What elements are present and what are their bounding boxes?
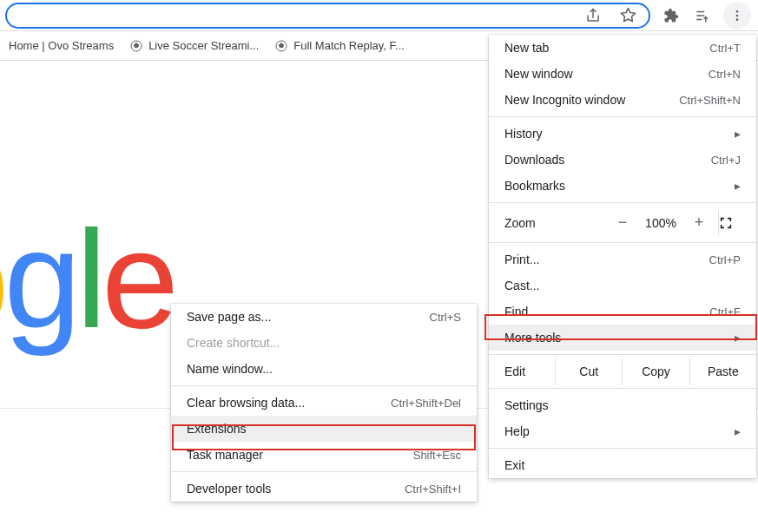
bookmark-label: Home | Ovo Streams [9, 39, 114, 52]
menu-separator [171, 385, 477, 386]
share-icon[interactable] [581, 3, 605, 28]
svg-point-6 [736, 14, 739, 16]
menu-cast[interactable]: Cast... [489, 273, 756, 299]
menu-label: Developer tools [187, 482, 405, 496]
menu-new-tab[interactable]: New tab Ctrl+T [489, 35, 756, 61]
menu-shortcut: Ctrl+N [709, 68, 741, 81]
chevron-right-icon: ▸ [735, 331, 741, 345]
menu-label: More tools [504, 331, 728, 345]
google-logo: Google [0, 200, 174, 359]
zoom-in-button[interactable]: + [683, 210, 715, 235]
menu-separator [489, 354, 756, 355]
menu-shortcut: Ctrl+Shift+Del [391, 397, 461, 410]
menu-more-tools[interactable]: More tools ▸ [489, 325, 756, 351]
menu-label: Clear browsing data... [187, 396, 391, 410]
star-icon[interactable] [616, 3, 640, 28]
copy-button[interactable]: Copy [622, 358, 689, 384]
menu-separator [489, 242, 756, 243]
menu-developer-tools[interactable]: Developer tools Ctrl+Shift+I [171, 476, 477, 502]
menu-separator [489, 202, 756, 203]
menu-label: Bookmarks [504, 179, 728, 193]
menu-label: Find... [504, 305, 709, 319]
menu-help[interactable]: Help ▸ [489, 418, 756, 444]
chevron-right-icon: ▸ [735, 179, 741, 193]
menu-separator [489, 448, 756, 449]
menu-label: Edit [489, 358, 555, 384]
bookmark-item[interactable]: Home | Ovo Streams [9, 39, 114, 52]
menu-clear-browsing-data[interactable]: Clear browsing data... Ctrl+Shift+Del [171, 390, 477, 416]
menu-downloads[interactable]: Downloads Ctrl+J [489, 147, 756, 173]
menu-new-window[interactable]: New window Ctrl+N [489, 61, 756, 87]
menu-exit[interactable]: Exit [489, 452, 756, 478]
soccer-icon [274, 39, 288, 53]
menu-separator [489, 388, 756, 389]
menu-shortcut: Ctrl+Shift+N [679, 94, 741, 107]
menu-label: Name window... [187, 362, 461, 376]
menu-save-page[interactable]: Save page as... Ctrl+S [171, 304, 477, 330]
menu-new-incognito[interactable]: New Incognito window Ctrl+Shift+N [489, 87, 756, 113]
menu-shortcut: Ctrl+S [430, 311, 461, 324]
menu-zoom-row: Zoom − 100% + [489, 207, 756, 239]
svg-marker-9 [134, 43, 138, 47]
zoom-out-button[interactable]: − [607, 210, 638, 235]
menu-settings[interactable]: Settings [489, 392, 756, 418]
menu-label: History [504, 127, 728, 141]
fullscreen-button[interactable] [718, 211, 756, 235]
menu-label: Create shortcut... [187, 336, 461, 350]
menu-separator [489, 116, 756, 117]
menu-label: Help [504, 424, 728, 438]
chrome-main-menu: New tab Ctrl+T New window Ctrl+N New Inc… [489, 35, 756, 478]
menu-label: Cast... [504, 279, 741, 292]
menu-label: New Incognito window [504, 93, 679, 107]
menu-label: Task manager [187, 448, 413, 462]
menu-extensions[interactable]: Extensions [171, 416, 477, 442]
svg-point-7 [736, 18, 739, 21]
menu-label: Downloads [504, 153, 711, 167]
menu-label: Print... [504, 253, 709, 266]
menu-print[interactable]: Print... Ctrl+P [489, 246, 756, 273]
more-tools-submenu: Save page as... Ctrl+S Create shortcut..… [171, 304, 477, 502]
zoom-value: 100% [638, 216, 683, 230]
chevron-right-icon: ▸ [735, 424, 741, 438]
bookmark-item[interactable]: Live Soccer Streami... [129, 39, 259, 53]
soccer-icon [129, 39, 143, 53]
menu-label: Settings [504, 398, 741, 412]
paste-button[interactable]: Paste [689, 358, 756, 384]
chevron-right-icon: ▸ [735, 127, 741, 141]
menu-label: Exit [504, 458, 741, 472]
menu-shortcut: Ctrl+P [709, 253, 741, 266]
menu-label: Zoom [504, 216, 607, 230]
menu-label: New tab [504, 41, 709, 55]
menu-label: Save page as... [187, 310, 430, 324]
svg-marker-1 [621, 9, 635, 22]
kebab-menu-icon[interactable] [723, 2, 751, 30]
svg-marker-11 [280, 43, 284, 47]
bookmark-label: Full Match Replay, F... [293, 39, 405, 52]
svg-point-5 [736, 10, 739, 13]
menu-shortcut: Ctrl+J [711, 154, 741, 167]
bookmark-item[interactable]: Full Match Replay, F... [274, 39, 405, 53]
menu-label: Extensions [187, 422, 461, 436]
menu-name-window[interactable]: Name window... [171, 356, 477, 382]
reading-list-icon[interactable] [690, 3, 715, 28]
menu-label: New window [504, 67, 709, 81]
menu-shortcut: Ctrl+F [709, 305, 741, 319]
menu-separator [171, 471, 477, 472]
menu-edit-row: Edit Cut Copy Paste [489, 358, 756, 384]
omnibox[interactable] [5, 3, 650, 29]
menu-bookmarks[interactable]: Bookmarks ▸ [489, 173, 756, 199]
menu-shortcut: Ctrl+T [709, 42, 741, 55]
menu-task-manager[interactable]: Task manager Shift+Esc [171, 442, 477, 468]
cut-button[interactable]: Cut [555, 358, 622, 384]
menu-create-shortcut: Create shortcut... [171, 330, 477, 356]
menu-shortcut: Ctrl+Shift+I [405, 483, 461, 496]
address-bar [0, 0, 758, 31]
menu-history[interactable]: History ▸ [489, 121, 756, 147]
extensions-puzzle-icon[interactable] [659, 3, 683, 28]
bookmark-label: Live Soccer Streami... [148, 39, 259, 52]
menu-find[interactable]: Find... Ctrl+F [489, 299, 756, 325]
menu-shortcut: Shift+Esc [413, 449, 461, 462]
